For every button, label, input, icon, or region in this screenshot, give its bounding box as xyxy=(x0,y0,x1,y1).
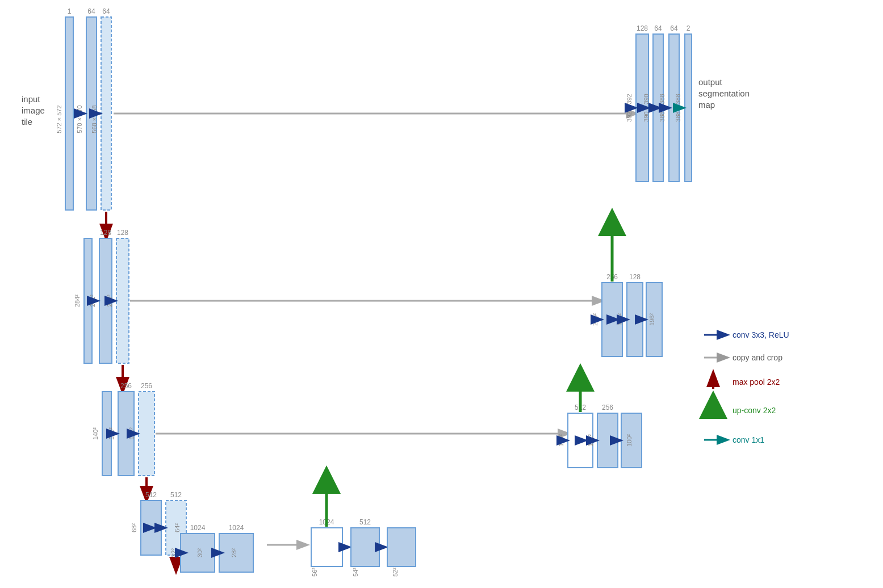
label-388x388b: 388 × 388 xyxy=(675,94,681,121)
fm-3-ch256a xyxy=(118,392,134,476)
label-200sq: 200² xyxy=(592,313,599,326)
fm-dec3-ch256b xyxy=(621,413,642,468)
fm-2-ch128b xyxy=(116,238,129,363)
label-100sq: 100² xyxy=(626,434,633,447)
label-1024b-top-2: 1024 xyxy=(229,524,244,532)
label-128-dec2-top: 128 xyxy=(629,273,641,281)
label-54sq: 54² xyxy=(352,568,359,577)
fm-dec4-ch512b xyxy=(387,528,416,566)
fm-dec2-ch128b xyxy=(646,283,662,356)
label-280sq: 280² xyxy=(106,295,113,307)
label-64a-dec1-top: 64 xyxy=(654,24,662,32)
input-label-3: tile xyxy=(22,117,32,127)
label-64sq-enc: 64² xyxy=(174,523,181,532)
label-128-dec1-top: 128 xyxy=(637,24,648,32)
legend-conv1x1-label: conv 1x1 xyxy=(733,435,764,444)
label-282sq: 282² xyxy=(89,295,96,307)
output-label-3: map xyxy=(698,100,715,110)
label-64a-top: 64 xyxy=(87,7,95,15)
legend-maxpool-label: max pool 2x2 xyxy=(733,377,780,387)
fm-1-ch64a xyxy=(86,17,97,210)
label-256b-top: 256 xyxy=(141,382,152,390)
label-392sq: 392 × 392 xyxy=(626,94,633,121)
label-256-dec3-top: 256 xyxy=(602,404,613,411)
label-388x388a: 388 × 388 xyxy=(659,94,666,121)
label-512b-top: 512 xyxy=(170,491,182,499)
label-ch1-top: 1 xyxy=(68,7,72,15)
fm-dec1-ch64a xyxy=(653,34,663,182)
label-284sq: 284² xyxy=(74,295,81,307)
label-66sq: 66² xyxy=(153,523,160,532)
fm-2-thin xyxy=(84,238,92,363)
label-256a-top: 256 xyxy=(120,382,132,390)
input-label: input xyxy=(22,94,40,104)
legend-upconv-label: up-conv 2x2 xyxy=(733,406,776,415)
label-32sq: 32² xyxy=(170,548,177,557)
label-1024a-top: 1024 xyxy=(190,524,206,532)
label-512-dec3-top: 512 xyxy=(575,404,586,411)
label-128a-top: 128 xyxy=(100,229,111,237)
fm-3-ch256b xyxy=(139,392,154,476)
label-64b-top: 64 xyxy=(102,7,110,15)
label-2-dec1-top: 2 xyxy=(687,24,691,32)
fm-1-ch64b xyxy=(101,17,111,210)
fm-dec3-ch256a xyxy=(597,413,618,468)
label-1024-dec-top: 1024 xyxy=(319,518,334,526)
label-30sq: 30² xyxy=(196,548,203,557)
fm-5-ch1024b xyxy=(219,534,253,572)
fm-dec1-ch2 xyxy=(685,34,692,182)
fm-5-ch1024a xyxy=(181,534,215,572)
architecture-diagram: 1 572 × 572 64 570 × 570 64 568 × 568 12… xyxy=(0,0,883,588)
output-label: output xyxy=(698,77,723,87)
fm-dec4-ch512 xyxy=(351,528,379,566)
label-512a-top: 512 xyxy=(145,491,157,499)
fm-dec4-ch1024 xyxy=(311,528,342,566)
output-label-2: segmentation xyxy=(698,89,750,98)
fm-dec2-ch256 xyxy=(602,283,622,356)
label-198sq: 198² xyxy=(617,313,623,326)
label-138sq: 138² xyxy=(108,427,115,440)
label-56sq: 56² xyxy=(311,568,318,577)
fm-dec1-ch128 xyxy=(636,34,648,182)
label-572x572-1: 572 × 572 xyxy=(56,105,62,133)
label-196sq: 196² xyxy=(648,313,655,326)
fm-dec3-ch512 xyxy=(568,413,593,468)
label-568x568: 568 × 568 xyxy=(91,105,98,133)
fm-2-ch128a xyxy=(99,238,112,363)
fm-4-ch512b xyxy=(166,501,186,555)
label-102sq: 102² xyxy=(587,434,594,447)
legend-conv-label: conv 3x3, ReLU xyxy=(733,330,789,339)
label-256-dec2-top: 256 xyxy=(606,273,618,281)
input-label-2: image xyxy=(22,106,45,115)
fm-4-ch512a xyxy=(141,501,161,555)
fm-1-ch1 xyxy=(65,17,73,210)
fm-dec2-ch128a xyxy=(627,283,643,356)
label-512-dec-top: 512 xyxy=(359,518,371,526)
label-128b-top: 128 xyxy=(117,229,128,237)
label-28sq: 28² xyxy=(231,548,237,557)
fm-dec1-ch64b xyxy=(669,34,679,182)
label-136sq: 136² xyxy=(128,427,135,440)
label-52sq: 52² xyxy=(392,568,399,577)
label-570x570: 570 × 570 xyxy=(76,105,83,133)
label-104sq: 104² xyxy=(558,434,564,447)
label-140sq: 140² xyxy=(92,427,99,440)
legend-copy-label: copy and crop xyxy=(733,353,782,362)
label-64b-dec1-top: 64 xyxy=(670,24,678,32)
fm-3-thin xyxy=(102,392,111,476)
diagram-container: 1 572 × 572 64 570 × 570 64 568 × 568 12… xyxy=(0,0,883,588)
label-390x390: 390 × 390 xyxy=(643,94,650,121)
label-68sq: 68² xyxy=(131,523,137,532)
